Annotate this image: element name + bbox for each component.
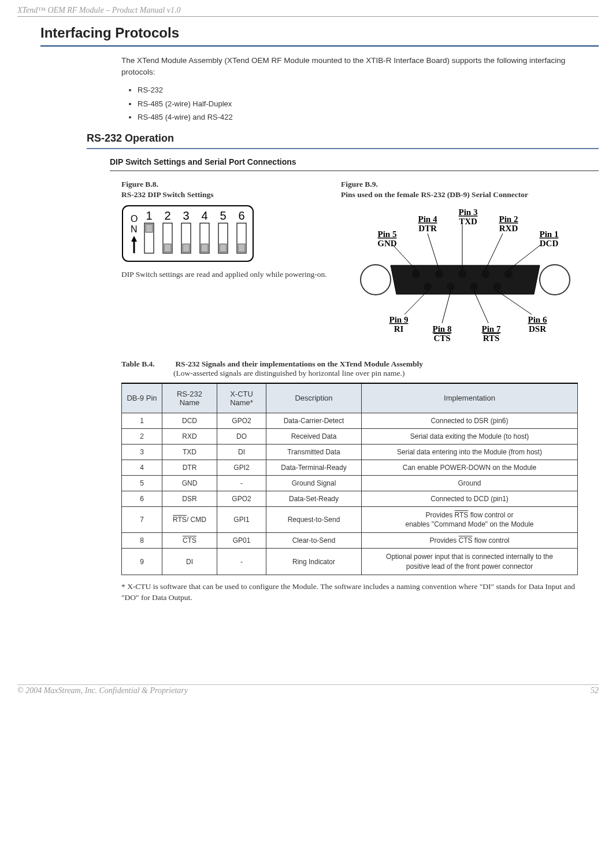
svg-point-24: [470, 283, 478, 291]
figure-number: Figure B.8.: [121, 180, 158, 188]
svg-rect-9: [146, 224, 153, 232]
svg-point-17: [412, 270, 420, 278]
footer-page-number: 52: [591, 686, 599, 695]
list-item: RS-485 (4-wire) and RS-422: [138, 110, 587, 124]
signals-table: DB-9 Pin RS-232 Name X-CTU Name* Descrip…: [121, 383, 578, 575]
svg-text:Pin 8: Pin 8: [433, 324, 452, 334]
svg-line-29: [485, 234, 503, 270]
footer-left: © 2004 MaxStream, Inc. Confidential & Pr…: [17, 686, 188, 695]
svg-point-15: [361, 265, 391, 295]
svg-rect-10: [164, 244, 171, 252]
sw-num: 1: [146, 209, 152, 222]
list-item: RS-232: [138, 83, 587, 97]
svg-text:CTS: CTS: [433, 334, 450, 343]
svg-line-33: [474, 291, 488, 323]
dip-note: DIP Switch settings are read and applied…: [121, 269, 329, 280]
svg-text:DTR: DTR: [418, 224, 437, 233]
on-label-o: O: [131, 214, 138, 224]
table-row: 4DTRGPI2Data-Terminal-ReadyCan enable PO…: [122, 460, 578, 475]
section-heading: Interfacing Protocols: [40, 25, 599, 41]
on-label-n: N: [131, 224, 138, 234]
table-subtitle: (Low-asserted signals are distinguished …: [173, 369, 599, 378]
h1-rule: [40, 45, 599, 47]
svg-point-25: [493, 283, 501, 291]
svg-rect-11: [183, 244, 190, 252]
table-footnote: * X-CTU is software that can be used to …: [121, 581, 587, 603]
svg-text:Pin 1: Pin 1: [540, 229, 559, 239]
svg-text:TXD: TXD: [459, 217, 477, 226]
svg-text:Pin 3: Pin 3: [459, 208, 478, 217]
svg-text:RTS: RTS: [483, 334, 500, 343]
figure-number: Figure B.9.: [341, 180, 378, 188]
subsection-heading: RS-232 Operation: [87, 132, 599, 145]
svg-text:Pin 5: Pin 5: [378, 229, 397, 239]
table-row: 8 CTS GP01 Clear-to-Send Provides CTS fl…: [122, 533, 578, 549]
col-header: X-CTU Name*: [217, 383, 266, 413]
svg-line-27: [428, 234, 439, 270]
table-row: 1DCDGPO2Data-Carrier-DetectConnected to …: [122, 413, 578, 428]
figure-caption-right: Figure B.9. Pins used on the female RS-2…: [341, 179, 589, 200]
table-row: 5GND-Ground SignalGround: [122, 475, 578, 491]
svg-point-23: [447, 283, 455, 291]
table-caption: Table B.4. RS-232 Signals and their impl…: [121, 360, 599, 378]
svg-text:Pin 4: Pin 4: [418, 214, 437, 224]
svg-text:Pin 2: Pin 2: [499, 214, 518, 224]
svg-text:Pin 7: Pin 7: [482, 324, 501, 334]
svg-text:Pin 6: Pin 6: [528, 315, 547, 324]
svg-text:GND: GND: [377, 239, 397, 248]
table-row: 6DSRGPO2Data-Set-ReadyConnected to DCD (…: [122, 491, 578, 506]
sw-num: 2: [164, 209, 170, 222]
figure-title: Pins used on the female RS-232 (DB-9) Se…: [341, 190, 589, 200]
table-title: RS-232 Signals and their implementations…: [175, 360, 423, 368]
subsubsection-heading: DIP Switch Settings and Serial Port Conn…: [110, 157, 599, 166]
protocol-list: RS-232 RS-485 (2-wire) Half-Duplex RS-48…: [121, 83, 587, 124]
list-item: RS-485 (2-wire) Half-Duplex: [138, 97, 587, 110]
col-header: Description: [266, 383, 362, 413]
svg-point-19: [458, 270, 466, 278]
table-row: 3TXDDITransmitted DataSerial data enteri…: [122, 444, 578, 460]
svg-text:Pin 9: Pin 9: [389, 315, 409, 324]
svg-rect-12: [201, 244, 208, 252]
svg-rect-13: [220, 244, 227, 252]
svg-text:DSR: DSR: [529, 324, 546, 334]
svg-point-20: [481, 270, 489, 278]
figure-title: RS-232 DIP Switch Settings: [121, 190, 329, 200]
db9-connector-diagram: Pin 5 GND Pin 4 DTR Pin 3 TXD Pin 2 RXD …: [341, 205, 589, 343]
svg-point-16: [540, 265, 570, 295]
svg-text:DCD: DCD: [540, 239, 559, 248]
svg-text:RI: RI: [394, 324, 404, 334]
svg-point-18: [435, 270, 443, 278]
sw-num: 5: [220, 209, 226, 222]
sw-num: 3: [183, 209, 189, 222]
svg-point-21: [504, 270, 513, 278]
doc-header: XTend™ OEM RF Module – Product Manual v1…: [17, 6, 599, 17]
table-number: Table B.4.: [121, 360, 173, 369]
svg-point-22: [424, 283, 432, 291]
col-header: DB-9 Pin: [122, 383, 162, 413]
table-row: 7 RTS/ CMD GPI1 Request-to-Send Provides…: [122, 506, 578, 532]
h2-rule: [87, 148, 599, 149]
svg-text:RXD: RXD: [499, 224, 518, 233]
table-row: 9DI-Ring Indicator Optional power input …: [122, 549, 578, 575]
intro-text: The XTend Module Assembly (XTend OEM RF …: [121, 55, 587, 79]
col-header: Implementation: [362, 383, 578, 413]
sw-num: 6: [238, 209, 244, 222]
figure-caption-left: Figure B.8. RS-232 DIP Switch Settings: [121, 179, 329, 200]
h3-rule: [110, 171, 599, 171]
svg-line-32: [442, 291, 451, 323]
table-row: 2RXDDOReceived DataSerial data exiting t…: [122, 428, 578, 444]
col-header: RS-232 Name: [162, 383, 217, 413]
dip-switch-diagram: O N 1 2 3 4 5 6: [121, 205, 254, 262]
svg-rect-14: [238, 244, 245, 252]
sw-num: 4: [201, 209, 207, 222]
